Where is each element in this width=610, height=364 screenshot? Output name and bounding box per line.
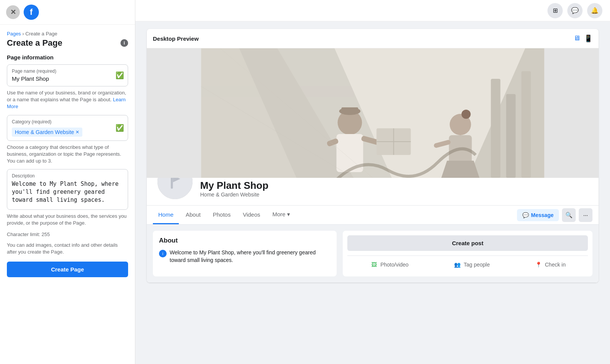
breadcrumb: Pages › Create a Page <box>7 31 128 37</box>
nav-item-more[interactable]: More ▾ <box>267 206 295 224</box>
page-name-area: My Plant Shop Home & Garden Website <box>200 180 268 201</box>
page-name-check-icon: ✅ <box>116 71 124 80</box>
messenger-icon: 💬 <box>571 7 579 14</box>
description-field[interactable]: Description Welcome to My Plant Shop, wh… <box>7 169 128 210</box>
nav-item-videos[interactable]: Videos <box>238 206 266 224</box>
fb-page-category: Home & Garden Website <box>200 192 268 198</box>
svg-rect-3 <box>491 79 501 178</box>
bell-icon-btn[interactable]: 🔔 <box>587 3 602 18</box>
about-info-icon: i <box>159 250 167 257</box>
fb-page-nav: Home About Photos Videos More ▾ 💬 Messag… <box>147 205 599 225</box>
post-action-checkin[interactable]: 📍 Check in <box>530 257 570 272</box>
messenger-icon-btn[interactable]: 💬 <box>567 3 583 18</box>
nav-item-photos[interactable]: Photos <box>207 206 236 224</box>
more-icon-btn[interactable]: ··· <box>579 208 592 222</box>
preview-header: Desktop Preview 🖥 📱 <box>147 29 599 48</box>
grid-icon: ⊞ <box>553 7 558 14</box>
post-card: Create post 🖼 Photo/video 👥 Tag people <box>343 231 592 276</box>
add-info-text: You can add images, contact info and oth… <box>7 242 128 255</box>
desktop-icon[interactable]: 🖥 <box>573 34 580 43</box>
svg-rect-9 <box>342 107 358 113</box>
post-action-photo[interactable]: 🖼 Photo/video <box>365 257 413 272</box>
description-label: Description <box>12 173 123 179</box>
svg-point-17 <box>462 110 471 119</box>
sidebar: ✕ f Pages › Create a Page Create a Page … <box>0 0 135 364</box>
main-area: ⊞ 💬 🔔 Desktop Preview 🖥 📱 <box>135 0 610 364</box>
category-tag-label: Home & Garden Website <box>15 129 74 135</box>
info-icon[interactable]: i <box>120 39 128 47</box>
tag-people-icon: 👥 <box>453 260 461 269</box>
create-post-button[interactable]: Create post <box>347 235 588 251</box>
top-nav: ⊞ 💬 🔔 <box>135 0 610 21</box>
facebook-logo: f <box>24 5 39 20</box>
device-icons: 🖥 📱 <box>573 34 592 43</box>
breadcrumb-pages-link[interactable]: Pages <box>7 31 21 37</box>
page-title: Create a Page i <box>7 38 128 48</box>
page-name-label: Page name (required) <box>12 69 123 74</box>
create-page-button[interactable]: Create Page <box>7 262 128 277</box>
sidebar-top-bar: ✕ f <box>0 0 135 25</box>
about-text: Welcome to My Plant Shop, where you'll f… <box>170 249 331 264</box>
close-button[interactable]: ✕ <box>6 5 20 19</box>
svg-marker-19 <box>441 161 480 178</box>
cover-photo <box>147 48 599 178</box>
grid-icon-btn[interactable]: ⊞ <box>547 3 563 18</box>
svg-rect-4 <box>506 94 516 178</box>
category-check-icon: ✅ <box>116 124 124 132</box>
search-icon-btn[interactable]: 🔍 <box>562 208 576 222</box>
char-limit: Character limit: 255 <box>7 231 128 237</box>
section-title: Page information <box>7 54 128 61</box>
category-tag: Home & Garden Website ✕ <box>12 128 82 137</box>
bell-icon: 🔔 <box>591 7 599 14</box>
fb-page-name: My Plant Shop <box>200 180 268 192</box>
message-button[interactable]: 💬 Message <box>517 209 559 221</box>
nav-item-about[interactable]: About <box>180 206 206 224</box>
nav-item-home[interactable]: Home <box>153 206 179 224</box>
page-name-helper: Use the name of your business, brand or … <box>7 89 128 110</box>
about-card: About i Welcome to My Plant Shop, where … <box>153 231 337 276</box>
fb-nav-actions: 💬 Message 🔍 ··· <box>517 208 592 222</box>
page-name-input[interactable] <box>12 75 123 82</box>
photo-video-icon: 🖼 <box>370 260 378 269</box>
preview-card: Desktop Preview 🖥 📱 <box>147 29 599 283</box>
fb-preview: My Plant Shop Home & Garden Website Home… <box>147 48 599 283</box>
post-action-checkin-label: Check in <box>545 262 565 268</box>
page-name-field[interactable]: Page name (required) ✅ <box>7 64 128 86</box>
mobile-icon[interactable]: 📱 <box>584 34 592 43</box>
check-in-icon: 📍 <box>534 260 543 269</box>
svg-rect-5 <box>522 71 531 178</box>
description-input[interactable]: Welcome to My Plant Shop, where you'll f… <box>12 180 123 204</box>
category-remove-icon[interactable]: ✕ <box>75 129 79 135</box>
about-desc: i Welcome to My Plant Shop, where you'll… <box>159 249 331 264</box>
about-card-title: About <box>159 237 331 244</box>
preview-title: Desktop Preview <box>153 35 199 42</box>
post-action-tag-label: Tag people <box>464 262 490 268</box>
post-action-tag[interactable]: 👥 Tag people <box>448 257 494 272</box>
fb-page-content: About i Welcome to My Plant Shop, where … <box>147 225 599 283</box>
preview-area: Desktop Preview 🖥 📱 <box>135 21 610 364</box>
post-actions: 🖼 Photo/video 👥 Tag people 📍 Check in <box>347 255 588 272</box>
sidebar-content: Pages › Create a Page Create a Page i Pa… <box>0 25 135 364</box>
category-label: Category (required) <box>12 119 123 125</box>
description-helper: Write about what your business does, the… <box>7 213 128 227</box>
breadcrumb-current: Create a Page <box>25 31 57 37</box>
category-field[interactable]: Category (required) Home & Garden Websit… <box>7 115 128 141</box>
category-helper: Choose a category that describes what ty… <box>7 144 128 165</box>
post-action-photo-label: Photo/video <box>380 262 409 268</box>
messenger-icon-small: 💬 <box>522 212 529 218</box>
cover-illustration <box>147 48 599 178</box>
